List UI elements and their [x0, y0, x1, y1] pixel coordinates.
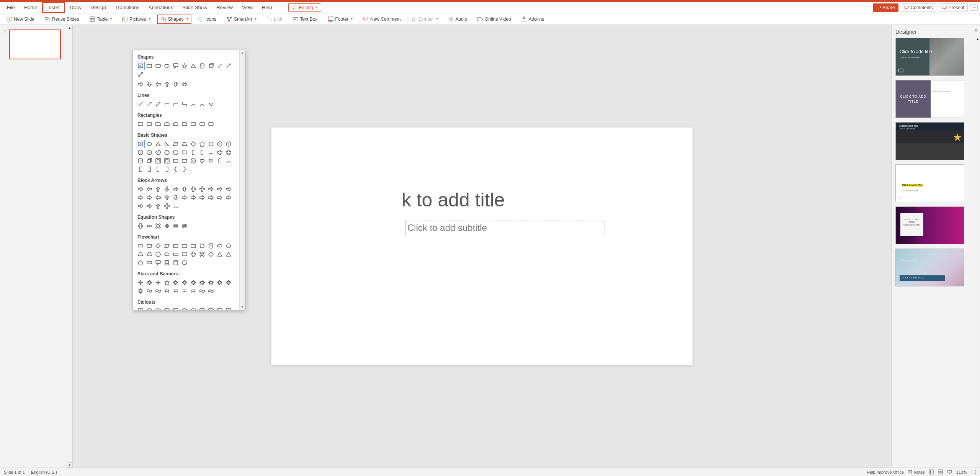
design-idea-4[interactable]: Click to add title click to add subtitle… — [895, 164, 964, 202]
shape-uarrow[interactable] — [154, 202, 162, 210]
shape-rarrow[interactable] — [224, 193, 233, 202]
shape-database[interactable] — [162, 258, 171, 267]
shape-heart[interactable] — [198, 157, 206, 165]
shape-wave[interactable] — [145, 287, 154, 295]
shape-ribbon[interactable] — [189, 287, 198, 295]
shape-pent[interactable] — [198, 140, 206, 148]
share-button[interactable]: Share — [873, 3, 898, 12]
shape-process[interactable] — [171, 250, 180, 258]
shape-callout[interactable] — [136, 307, 145, 310]
shape-tri[interactable] — [224, 250, 233, 258]
menu-slide-show[interactable]: Slide Show — [178, 3, 212, 12]
shape-darrow[interactable] — [145, 80, 154, 88]
shape-noteq[interactable] — [180, 222, 189, 230]
shape-linedbl[interactable] — [154, 100, 162, 108]
shape-burst8[interactable] — [145, 278, 154, 287]
shape-plus[interactable] — [189, 250, 198, 258]
shape-larrow[interactable] — [154, 80, 162, 88]
shape-lrarrow[interactable] — [180, 80, 189, 88]
shape-linearrow[interactable] — [224, 62, 233, 70]
shape-eq[interactable] — [171, 222, 180, 230]
shape-callout[interactable] — [171, 307, 180, 310]
shape-lbracket[interactable] — [136, 165, 145, 173]
shape-rect[interactable] — [145, 62, 154, 70]
design-idea-6[interactable]: Click to add subtitle CLICK TO ADD TITLE — [895, 249, 964, 286]
shape-cyl[interactable] — [198, 62, 206, 70]
shape-darrow[interactable] — [171, 193, 180, 202]
shape-uarrow[interactable] — [154, 185, 162, 193]
shape-plus[interactable] — [198, 185, 206, 193]
shape-rarrow[interactable] — [145, 202, 154, 210]
shape-decision[interactable] — [206, 250, 215, 258]
shape-rarrow[interactable] — [136, 202, 145, 210]
shape-plus[interactable] — [189, 185, 198, 193]
reuse-slides-button[interactable]: Reuse Slides — [41, 15, 83, 24]
shape-burst8[interactable] — [206, 278, 215, 287]
shape-burst4[interactable] — [136, 278, 145, 287]
shape-roundrect[interactable] — [198, 120, 206, 128]
shape-circlenum[interactable]: 7 — [145, 148, 154, 157]
shape-roundrect[interactable] — [145, 242, 154, 250]
smartart-button[interactable]: SmartArt▾ — [223, 15, 260, 24]
shape-terminator[interactable] — [215, 242, 224, 250]
help-improve-button[interactable]: Help Improve Office — [867, 470, 904, 474]
shape-parall[interactable] — [171, 140, 180, 148]
slide-thumbnail-1[interactable]: 1 — [4, 29, 69, 59]
new-slide-button[interactable]: New Slide — [3, 15, 38, 24]
reading-view-button[interactable] — [947, 469, 952, 475]
shape-rect[interactable] — [171, 157, 180, 165]
zoom-level[interactable]: 113% — [956, 470, 967, 474]
shape-cube[interactable] — [206, 62, 215, 70]
shape-plus[interactable] — [215, 148, 224, 157]
shape-uarrow[interactable] — [162, 193, 171, 202]
shapes-button[interactable]: Shapes▾ — [157, 15, 191, 24]
shape-rbracket[interactable] — [162, 165, 171, 173]
shape-callout[interactable] — [215, 307, 224, 310]
shape-line[interactable] — [136, 100, 145, 108]
shape-hex[interactable] — [224, 242, 233, 250]
shape-lbracket[interactable] — [189, 148, 198, 157]
table-button[interactable]: Table▾ — [86, 15, 116, 24]
shape-burst8[interactable] — [136, 287, 145, 295]
shape-curve[interactable] — [189, 100, 198, 108]
design-idea-5[interactable]: CLICK TO ADD TITLEClick to add subtitle — [895, 206, 964, 244]
shape-rarrow[interactable] — [136, 80, 145, 88]
shape-circlenum[interactable]: 7 — [215, 140, 224, 148]
shape-roundrect[interactable] — [206, 120, 215, 128]
comments-button[interactable]: Comments — [901, 3, 936, 12]
shape-cyl[interactable] — [136, 157, 145, 165]
slide-canvas[interactable]: k to add title Click to add subtitle — [271, 128, 693, 365]
shape-oval[interactable] — [145, 140, 154, 148]
shape-elbow[interactable] — [171, 100, 180, 108]
shape-burst8[interactable] — [215, 278, 224, 287]
shape-textbox[interactable]: A — [136, 62, 145, 70]
designer-close-button[interactable]: × — [974, 27, 978, 34]
shape-burst8[interactable] — [180, 278, 189, 287]
footer-button[interactable]: Footer▾ — [325, 15, 356, 24]
shape-star[interactable] — [162, 278, 171, 287]
shape-curve[interactable] — [198, 100, 206, 108]
shape-circlenum[interactable]: 7 — [136, 148, 145, 157]
shape-callout[interactable] — [206, 307, 215, 310]
shape-parall[interactable] — [162, 242, 171, 250]
shape-rect[interactable] — [189, 242, 198, 250]
shape-udarrow[interactable] — [180, 185, 189, 193]
shape-calloutrnd[interactable] — [189, 307, 198, 310]
shapes-scrollbar[interactable]: ▴ ▾ — [239, 50, 245, 310]
menu-help[interactable]: Help — [257, 3, 277, 12]
shape-wave[interactable] — [198, 287, 206, 295]
shape-tri[interactable] — [215, 250, 224, 258]
shape-rect[interactable] — [136, 120, 145, 128]
shape-rect[interactable] — [180, 250, 189, 258]
shape-speech[interactable] — [162, 307, 171, 310]
shape-wave[interactable] — [206, 287, 215, 295]
shape-rbracket[interactable] — [145, 165, 154, 173]
menu-animations[interactable]: Animations — [144, 3, 178, 12]
design-idea-2[interactable]: CLICK TO ADD TITLE Click to add subtitle — [895, 80, 964, 118]
shape-burst8[interactable] — [189, 278, 198, 287]
online-video-button[interactable]: Online Video — [474, 15, 514, 24]
shape-rarrow[interactable] — [215, 193, 224, 202]
shape-rarrow[interactable] — [198, 193, 206, 202]
shape-cyl[interactable] — [171, 258, 180, 267]
shape-udarrow[interactable] — [171, 80, 180, 88]
